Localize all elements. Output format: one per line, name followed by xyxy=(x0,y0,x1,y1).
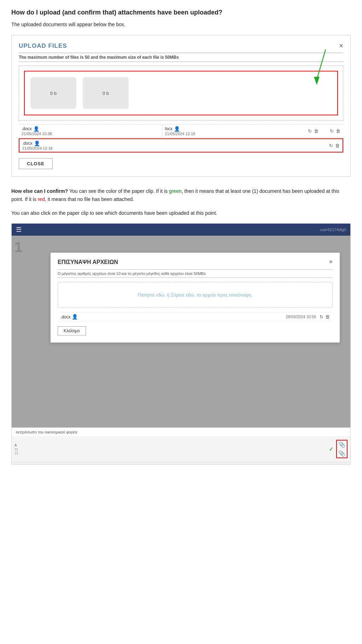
svg-line-0 xyxy=(317,50,326,80)
greek-file-date: 28/03/2024 10:56 xyxy=(286,315,316,319)
upload-items-row: 0 b 0 b xyxy=(24,71,338,115)
upload-modal: UPLOAD FILES × The maximum number of fil… xyxy=(11,35,351,177)
upload-item-1: 0 b xyxy=(30,77,76,109)
also-text: You can also click on the paper clip to … xyxy=(11,209,351,217)
file3-name: .docx xyxy=(22,141,33,146)
file-col-2: locx 👤 21/05/2024 12:18 xyxy=(162,125,305,137)
file1-date: 21/05/2024 10:38 xyxy=(22,132,159,136)
greek-file-row: .docx 👤 28/03/2024 10:56 ↻ 🗑 xyxy=(58,312,333,321)
close-button[interactable]: CLOSE xyxy=(19,158,53,169)
delete-icon-3[interactable]: 🗑 xyxy=(335,143,340,148)
file2-name: locx xyxy=(165,126,173,131)
desc-green: green xyxy=(169,188,182,194)
greek-drop-text: Πατήστε εδώ, ή Σύρετε εδώ, τα αρχεία προ… xyxy=(138,292,252,298)
file-group-row-1: .docx 👤 21/05/2024 10:38 locx 👤 21/05/20… xyxy=(19,125,343,138)
app-topbar: ☰ user92174dfg0 xyxy=(12,224,350,236)
greek-file-name: .docx 👤 xyxy=(60,314,286,320)
file3-actions: ↻ 🗑 xyxy=(329,143,340,148)
checkmark-1: ✓ xyxy=(329,446,333,453)
upload-close-button[interactable]: × xyxy=(339,42,343,50)
greek-file-list: .docx 👤 28/03/2024 10:56 ↻ 🗑 xyxy=(58,312,333,321)
greek-delete-icon[interactable]: 🗑 xyxy=(325,314,330,320)
svg-marker-1 xyxy=(314,77,320,85)
greek-modal: ΕΠΙΣΥΝΑΨΗ ΑΡΧΕΙΩΝ × Ο μέγιστος αριθμός α… xyxy=(51,253,340,343)
bottom-label-text: εκπρόσωπο του οικονομικού φορέα xyxy=(12,428,350,436)
bottom-rows: Α τη 21 ✓ 📎 📎 xyxy=(12,436,350,462)
refresh-icon-1[interactable]: ↻ xyxy=(308,128,312,134)
refresh-icon-3[interactable]: ↻ xyxy=(329,143,333,148)
paperclip-green-icon[interactable]: 📎 xyxy=(338,450,345,457)
desc-text1: You can see the color of the paper clip.… xyxy=(68,188,169,194)
main-heading: How do I upload (and confirm that) attac… xyxy=(11,8,351,17)
greek-refresh-icon[interactable]: ↻ xyxy=(320,314,323,320)
desc-bold: How else can I confirm? xyxy=(11,188,68,194)
file2-date: 21/05/2024 12:18 xyxy=(165,132,303,136)
paperclip-red-box: 📎 📎 xyxy=(336,440,348,458)
bottom-row-1-text: Α τη 21 xyxy=(14,443,326,455)
upload-max-info: The maximum number of files is 50 and th… xyxy=(19,53,343,62)
file1-name: .docx xyxy=(22,126,32,131)
file3-info: .docx 👤 21/05/2024 12:18 xyxy=(22,140,329,150)
file1-person-icon: 👤 xyxy=(33,126,39,132)
file-row-highlighted: .docx 👤 21/05/2024 12:18 ↻ 🗑 xyxy=(19,138,343,153)
topbar-user: user92174dfg0 xyxy=(320,228,346,232)
file-col-1: .docx 👤 21/05/2024 10:38 xyxy=(19,125,162,137)
greek-close-btn[interactable]: Κλείσιμο xyxy=(58,326,86,335)
greek-file-actions: ↻ 🗑 xyxy=(320,314,330,320)
screenshot-frame: ☰ user92174dfg0 1 ΕΠΙΣΥΝΑΨΗ ΑΡΧΕΙΩΝ × Ο … xyxy=(11,223,351,465)
intro-text: The uploaded documents will appear below… xyxy=(11,22,351,27)
upload-title: UPLOAD FILES xyxy=(19,42,67,50)
file-list: .docx 👤 21/05/2024 10:38 locx 👤 21/05/20… xyxy=(19,124,343,153)
greek-drop-area[interactable]: Πατήστε εδώ, ή Σύρετε εδώ, τα αρχεία προ… xyxy=(58,282,333,308)
green-arrow xyxy=(310,48,331,88)
paperclip-red-icon[interactable]: 📎 xyxy=(338,441,345,448)
desc-section: How else can I confirm? You can see the … xyxy=(11,187,351,203)
file2-person-icon: 👤 xyxy=(174,126,180,132)
file3-person-icon: 👤 xyxy=(34,140,40,146)
greek-max-info: Ο μέγιστος αριθμός αρχείων είναι 10 και … xyxy=(58,269,333,278)
bottom-content: εκπρόσωπο του οικονομικού φορέα Α τη 21 … xyxy=(12,427,350,462)
upload-item-2: 0 b xyxy=(83,77,129,109)
refresh-icon-2[interactable]: ↻ xyxy=(330,128,334,134)
upload-drop-area[interactable]: 0 b 0 b xyxy=(19,65,343,121)
bottom-row-1: Α τη 21 ✓ 📎 📎 xyxy=(12,436,350,462)
desc-text3: , it means that no file has been attache… xyxy=(45,196,134,202)
bg-rows: 1 ΕΠΙΣΥΝΑΨΗ ΑΡΧΕΙΩΝ × Ο μέγιστος αριθμός… xyxy=(12,236,350,462)
greek-modal-header: ΕΠΙΣΥΝΑΨΗ ΑΡΧΕΙΩΝ × xyxy=(58,258,333,266)
desc-red: red xyxy=(38,196,45,202)
upload-modal-header: UPLOAD FILES × xyxy=(19,42,343,50)
file3-date: 21/05/2024 12:18 xyxy=(22,146,329,150)
delete-icon-2[interactable]: 🗑 xyxy=(336,128,340,134)
greek-title: ΕΠΙΣΥΝΑΨΗ ΑΡΧΕΙΩΝ xyxy=(58,259,118,265)
greek-close-button[interactable]: × xyxy=(329,258,333,266)
delete-icon-1[interactable]: 🗑 xyxy=(314,128,319,134)
hamburger-icon[interactable]: ☰ xyxy=(16,226,22,234)
greek-person-icon: 👤 xyxy=(72,314,78,320)
screenshot-container: ☰ user92174dfg0 1 ΕΠΙΣΥΝΑΨΗ ΑΡΧΕΙΩΝ × Ο … xyxy=(12,224,350,464)
